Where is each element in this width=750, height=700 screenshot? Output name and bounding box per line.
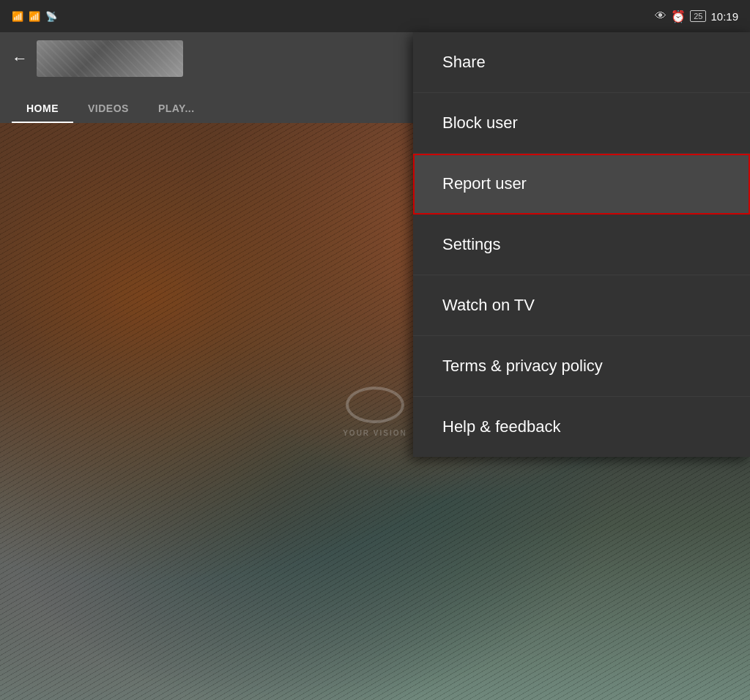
battery-indicator: 25 — [690, 10, 706, 22]
dropdown-menu: Share Block user Report user Settings Wa… — [413, 32, 750, 457]
back-button[interactable]: ← — [12, 49, 28, 68]
menu-item-report-user[interactable]: Report user — [413, 154, 750, 215]
signal-indicators: 📶 📶 📡 — [12, 11, 58, 22]
clock: 10:19 — [710, 10, 738, 23]
menu-item-block-user[interactable]: Block user — [413, 93, 750, 154]
menu-item-terms[interactable]: Terms & privacy policy — [413, 336, 750, 397]
wifi-icon: 📡 — [45, 11, 58, 22]
menu-item-share[interactable]: Share — [413, 32, 750, 93]
tab-playlists[interactable]: PLAY... — [144, 95, 209, 123]
menu-item-settings[interactable]: Settings — [413, 215, 750, 275]
menu-item-help[interactable]: Help & feedback — [413, 397, 750, 457]
tab-home[interactable]: HOME — [12, 95, 73, 123]
alarm-icon: ⏰ — [671, 10, 686, 23]
eye-icon: 👁 — [655, 10, 667, 23]
channel-thumbnail — [37, 40, 183, 77]
tab-videos[interactable]: VIDEOS — [73, 95, 144, 123]
status-bar: 📶 📶 📡 👁 ⏰ 25 10:19 — [0, 0, 750, 32]
signal-bar-2-icon: 📶 — [29, 11, 41, 22]
watermark-text: YOUR VISION — [343, 429, 407, 437]
status-right: 👁 ⏰ 25 10:19 — [655, 10, 738, 23]
watermark-eye-icon — [346, 387, 404, 423]
menu-item-watch-on-tv[interactable]: Watch on TV — [413, 275, 750, 336]
signal-bar-1-icon: 📶 — [12, 11, 24, 22]
